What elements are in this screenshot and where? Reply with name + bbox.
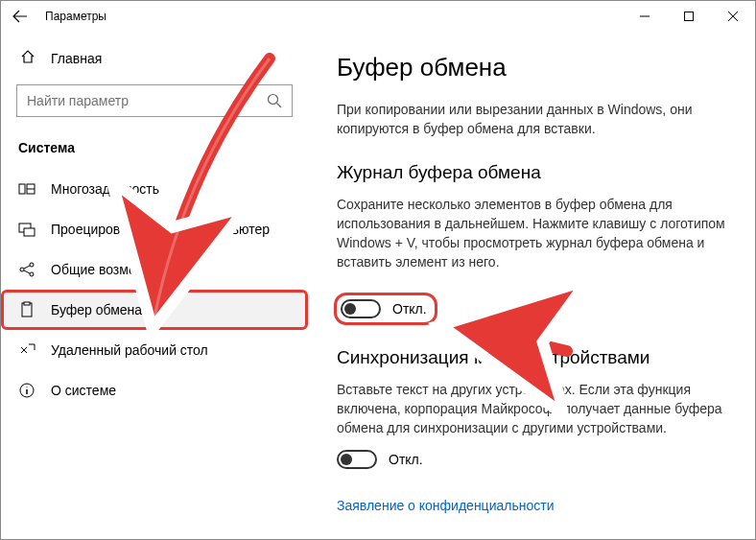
nav: Многозадачность Проецирование на этот ко… (1, 169, 308, 411)
shared-icon (18, 261, 35, 278)
home-label: Главная (51, 51, 102, 66)
close-icon (728, 12, 738, 21)
maximize-icon (684, 12, 694, 21)
sync-desc: Вставьте текст на других устройствах. Ес… (337, 380, 726, 438)
sync-heading: Синхронизация между устройствами (337, 347, 726, 368)
sync-toggle[interactable] (337, 450, 377, 469)
maximize-button[interactable] (667, 1, 711, 32)
back-button[interactable] (12, 9, 28, 24)
sidebar-item-label: О системе (51, 383, 116, 398)
titlebar-left: Параметры (12, 9, 106, 24)
toggle-knob (341, 454, 352, 465)
sidebar-item-label: Удаленный рабочий стол (51, 342, 208, 358)
sidebar-item-clipboard[interactable]: Буфер обмена (1, 290, 308, 330)
section-label: Система (1, 132, 308, 169)
svg-point-6 (20, 268, 24, 271)
intro-text: При копировании или вырезании данных в W… (337, 100, 726, 139)
home-link[interactable]: Главная (1, 39, 308, 77)
minimize-icon (640, 12, 650, 21)
history-toggle-row: Откл. (337, 295, 435, 322)
history-heading: Журнал буфера обмена (337, 162, 726, 183)
search-icon (267, 93, 282, 108)
history-toggle-label: Откл. (392, 301, 427, 317)
titlebar: Параметры (1, 1, 755, 32)
remote-icon (18, 341, 35, 359)
window-controls (623, 1, 755, 32)
multitasking-icon (18, 180, 35, 198)
svg-point-7 (30, 263, 34, 267)
sidebar-item-label: Проецирование на этот компьютер (51, 222, 270, 237)
page-title: Буфер обмена (337, 53, 726, 82)
sidebar: Главная Система Многозадачность Проециро… (1, 32, 308, 539)
sidebar-item-label: Буфер обмена (51, 302, 142, 317)
history-desc: Сохраните несколько элементов в буфер об… (337, 195, 726, 272)
arrow-left-icon (12, 9, 28, 24)
minimize-button[interactable] (623, 1, 667, 32)
svg-rect-5 (24, 228, 35, 236)
svg-rect-0 (685, 12, 694, 21)
search-input[interactable] (16, 84, 293, 117)
history-toggle[interactable] (341, 299, 381, 318)
sync-toggle-row: Откл. (337, 450, 726, 469)
svg-rect-10 (24, 302, 30, 305)
toggle-knob (344, 303, 356, 315)
projecting-icon (18, 221, 35, 238)
sync-toggle-label: Откл. (389, 452, 423, 467)
svg-point-1 (269, 95, 278, 105)
sidebar-item-about[interactable]: О системе (1, 370, 308, 411)
sidebar-item-multitasking[interactable]: Многозадачность (1, 169, 308, 209)
content: Буфер обмена При копировании или вырезан… (308, 32, 755, 539)
sidebar-item-label: Общие возможности (51, 262, 180, 277)
info-icon (18, 382, 35, 399)
sidebar-item-label: Многозадачность (51, 181, 159, 197)
sidebar-item-shared[interactable]: Общие возможности (1, 249, 308, 290)
window-title: Параметры (45, 10, 106, 23)
privacy-link[interactable]: Заявление о конфиденциальности (337, 498, 554, 513)
close-button[interactable] (711, 1, 755, 32)
home-icon (20, 49, 35, 67)
sidebar-item-remote-desktop[interactable]: Удаленный рабочий стол (1, 330, 308, 370)
clipboard-icon (18, 301, 35, 318)
settings-window: Параметры Главная (0, 0, 756, 540)
window-body: Главная Система Многозадачность Проециро… (1, 32, 755, 539)
search-field[interactable] (27, 93, 257, 108)
sidebar-item-projecting[interactable]: Проецирование на этот компьютер (1, 209, 308, 249)
svg-point-8 (30, 272, 34, 276)
svg-rect-2 (19, 184, 25, 194)
